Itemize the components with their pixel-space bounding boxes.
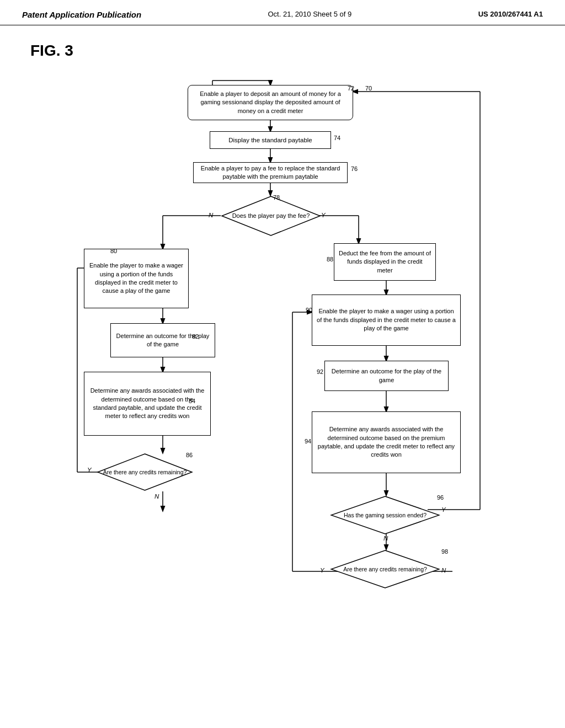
ref-82: 82 — [192, 333, 199, 340]
diamond-78: Does the player pay the fee? — [221, 195, 321, 237]
ref-88: 88 — [327, 256, 333, 263]
ref-72: 72 — [348, 85, 354, 92]
page-header: Patent Application Publication Oct. 21, … — [0, 0, 565, 25]
ref-78: 78 — [273, 194, 280, 201]
connector-lines — [0, 25, 565, 698]
box-80: Enable the player to make a wager using … — [84, 249, 189, 308]
box-94: Determine any awards associated with the… — [312, 411, 461, 473]
ref-70: 70 — [365, 85, 372, 92]
ref-80: 80 — [110, 248, 117, 254]
label-y-78: Y — [321, 212, 326, 218]
label-y-98: Y — [320, 567, 324, 574]
box-74: Display the standard paytable — [210, 131, 331, 149]
diagram-area: FIG. 3 — [0, 25, 565, 698]
ref-76: 76 — [351, 165, 358, 172]
ref-84: 84 — [189, 398, 195, 404]
box-76: Enable a player to pay a fee to replace … — [193, 162, 348, 183]
box-70: Enable a player to deposit an amount of … — [188, 85, 353, 120]
ref-98: 98 — [441, 548, 448, 555]
box-90: Enable the player to make a wager using … — [312, 295, 461, 346]
box-82: Determine an outcome for the play of the… — [110, 323, 215, 357]
diamond-86: Are there any credits remaining? — [97, 453, 193, 491]
ref-94: 94 — [305, 438, 311, 445]
ref-90: 90 — [306, 307, 312, 313]
ref-74: 74 — [334, 135, 340, 141]
label-y-96: Y — [441, 506, 446, 513]
box-88: Deduct the fee from the amount of funds … — [334, 243, 436, 281]
ref-96: 96 — [437, 494, 444, 501]
ref-92: 92 — [317, 368, 323, 375]
diamond-98: Are there any credits remaining? — [330, 549, 440, 589]
diamond-96: Has the gaming session ended? — [330, 495, 440, 535]
box-92: Determine an outcome for the play of the… — [324, 361, 449, 391]
label-n-78: N — [209, 212, 213, 218]
header-left: Patent Application Publication — [22, 10, 141, 19]
header-center: Oct. 21, 2010 Sheet 5 of 9 — [268, 10, 352, 18]
figure-label: FIG. 3 — [30, 42, 73, 60]
header-right: US 2010/267441 A1 — [478, 10, 543, 18]
label-y-86: Y — [87, 467, 92, 473]
label-n-86: N — [154, 493, 159, 500]
label-n-98: N — [441, 567, 446, 574]
ref-86: 86 — [186, 452, 193, 458]
label-n-96: N — [383, 535, 388, 542]
